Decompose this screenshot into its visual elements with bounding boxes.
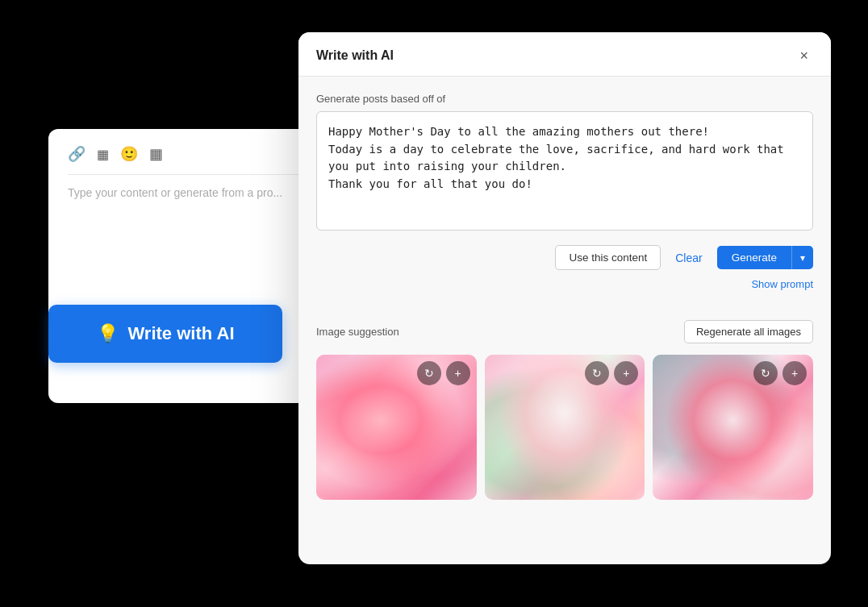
image-1-refresh-button[interactable]: ↻ (417, 361, 441, 385)
image-item-3: ↻ + (653, 355, 813, 500)
image-1-overlay: ↻ + (417, 361, 470, 385)
image-2-overlay: ↻ + (585, 361, 638, 385)
editor-toolbar: 🔗 ▦ 🙂 ▦ (68, 145, 336, 175)
show-prompt-link[interactable]: Show prompt (751, 278, 813, 290)
write-ai-button[interactable]: 💡 Write with AI (48, 305, 282, 363)
image-section: Image suggestion Regenerate all images ↻… (298, 307, 831, 518)
modal-title: Write with AI (316, 48, 394, 63)
generate-dropdown-button[interactable]: ▾ (791, 246, 813, 269)
generate-button-group: Generate ▾ (717, 246, 813, 269)
image-section-label: Image suggestion (316, 326, 399, 338)
image-2-add-button[interactable]: + (614, 361, 638, 385)
write-ai-label: Write with AI (128, 323, 235, 344)
action-row: Use this content Clear Generate ▾ (316, 245, 813, 270)
image-grid: ↻ + ↻ + ↻ + (316, 355, 813, 500)
close-button[interactable]: × (795, 47, 813, 64)
regenerate-images-button[interactable]: Regenerate all images (684, 320, 813, 343)
modal-header: Write with AI × (298, 32, 831, 77)
show-prompt-container: Show prompt (316, 276, 813, 291)
generate-button[interactable]: Generate (717, 246, 791, 269)
generate-label: Generate posts based off of (316, 93, 813, 105)
bulb-icon: 💡 (97, 323, 119, 344)
image-item-1: ↻ + (316, 355, 477, 500)
ai-prompt-textarea[interactable]: Happy Mother's Day to all the amazing mo… (316, 111, 813, 231)
image-item-2: ↻ + (485, 355, 645, 500)
use-content-button[interactable]: Use this content (555, 245, 661, 270)
image-3-add-button[interactable]: + (782, 361, 807, 385)
link-icon[interactable]: 🔗 (68, 145, 86, 163)
ai-modal: Write with AI × Generate posts based off… (298, 32, 831, 564)
image-2-refresh-button[interactable]: ↻ (585, 361, 609, 385)
image-3-overlay: ↻ + (753, 361, 807, 385)
rss-icon[interactable]: ▦ (97, 147, 109, 162)
image-section-header: Image suggestion Regenerate all images (316, 320, 813, 343)
grid-icon[interactable]: ▦ (149, 145, 163, 163)
image-1-add-button[interactable]: + (446, 361, 470, 385)
emoji-icon[interactable]: 🙂 (120, 145, 138, 163)
editor-placeholder: Type your content or generate from a pro… (68, 186, 336, 199)
modal-body: Generate posts based off of Happy Mother… (298, 77, 831, 307)
image-3-refresh-button[interactable]: ↻ (753, 361, 778, 385)
clear-button[interactable]: Clear (669, 246, 708, 270)
